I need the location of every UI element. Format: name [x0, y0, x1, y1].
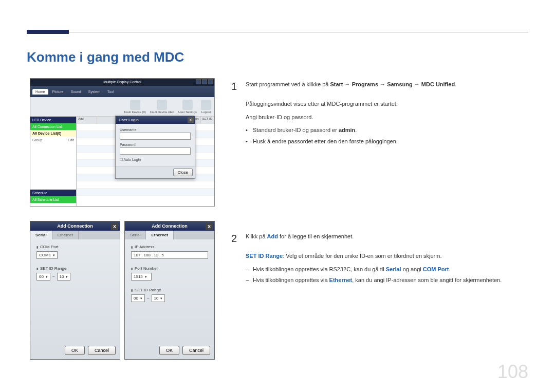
login-close-button[interactable]: Close — [173, 169, 193, 176]
sidebar-all-device[interactable]: All Device List(0) — [30, 130, 76, 137]
com-port-label: COM Port — [36, 245, 114, 249]
edit-button[interactable]: Edit — [68, 138, 74, 142]
step-number: 1 — [231, 78, 238, 95]
step-1-lead: Start programmet ved å klikke på Start →… — [246, 78, 528, 95]
range-to-select[interactable]: 10 — [57, 273, 71, 281]
login-title: User LoginX — [116, 116, 195, 124]
step-2-lead: Klikk på Add for å legge til en skjermen… — [246, 230, 528, 247]
mdc-screenshot: Multiple Display Control Home Picture So… — [30, 78, 215, 207]
fault-alert-button[interactable]: Fault Device Alert — [150, 100, 174, 114]
window-controls — [196, 79, 213, 84]
sidebar: LFD Device All Connection List All Devic… — [30, 117, 77, 206]
tab-ethernet[interactable]: Ethernet — [52, 231, 79, 239]
step-2-setid: SET ID Range: Velg et område for den uni… — [246, 252, 528, 261]
ok-button[interactable]: OK — [65, 346, 85, 355]
toolbar: Fault Device (0) Fault Device Alert User… — [30, 97, 214, 117]
dialog-title: Add ConnectionX — [30, 221, 120, 231]
login-dialog: User LoginX Username Password ☐ Auto Log… — [115, 116, 195, 179]
step-1-line3: Angi bruker-ID og passord. — [246, 113, 528, 122]
logout-button[interactable]: Logout — [201, 100, 211, 114]
com-port-select[interactable]: COM1 — [36, 251, 58, 259]
add-connection-ethernet-dialog: Add ConnectionX Serial Ethernet IP Addre… — [124, 221, 215, 360]
tab-serial[interactable]: Serial — [30, 231, 52, 239]
tab-serial[interactable]: Serial — [125, 231, 146, 239]
menu-bar: Home Picture Sound System Tool — [30, 86, 214, 97]
fault-device-icon — [130, 100, 140, 110]
sidebar-lfd-header[interactable]: LFD Device — [30, 117, 76, 123]
step-1-bullet-1: Standard bruker-ID og passord er admin. — [246, 126, 528, 135]
tab-home[interactable]: Home — [32, 89, 48, 95]
sidebar-connection-list[interactable]: All Connection List — [30, 123, 76, 130]
user-settings-button[interactable]: User Settings — [178, 100, 197, 114]
close-icon[interactable]: X — [111, 223, 118, 230]
ok-button[interactable]: OK — [159, 346, 179, 355]
tab-ethernet[interactable]: Ethernet — [146, 231, 173, 239]
tab-tool[interactable]: Tool — [104, 89, 117, 95]
port-input[interactable]: 1515 — [131, 273, 152, 281]
header-rule — [27, 32, 528, 32]
password-label: Password — [120, 143, 191, 146]
add-column-button[interactable]: Add — [77, 117, 97, 124]
fault-device-button[interactable]: Fault Device (0) — [124, 100, 146, 114]
cancel-button[interactable]: Cancel — [182, 346, 210, 355]
step-1-section: 1 Start programmet ved å klikke på Start… — [231, 78, 528, 148]
add-connection-serial-dialog: Add ConnectionX Serial Ethernet COM Port… — [30, 221, 120, 360]
tab-system[interactable]: System — [85, 89, 103, 95]
header-accent — [27, 30, 69, 34]
step-1-line2: Påloggingsvinduet vises etter at MDC-pro… — [246, 100, 528, 109]
range-from-select[interactable]: 00 — [131, 294, 145, 302]
sidebar-group-row: GroupEdit — [30, 137, 76, 143]
username-label: Username — [120, 128, 191, 132]
step-number: 2 — [231, 230, 238, 247]
window-titlebar: Multiple Display Control — [30, 79, 214, 86]
user-settings-icon — [182, 100, 193, 110]
logout-icon — [201, 100, 211, 110]
range-to-select[interactable]: 10 — [152, 294, 165, 302]
ip-input[interactable]: 107.108.12.5 — [131, 251, 208, 259]
step-1-bullet-2: Husk å endre passordet etter den den før… — [246, 137, 528, 146]
page-number: 108 — [497, 361, 528, 383]
sidebar-schedule-list[interactable]: All Schedule List — [30, 196, 76, 203]
port-label: Port Number — [131, 266, 208, 271]
dialog-title: Add ConnectionX — [125, 221, 214, 231]
step-2-sub-2: Hvis tilkoblingen opprettes via Ethernet… — [246, 276, 528, 285]
setid-label: SET ID Range — [36, 266, 114, 271]
page-title: Komme i gang med MDC — [27, 49, 184, 65]
fault-alert-icon — [157, 100, 167, 110]
close-icon[interactable]: X — [188, 117, 194, 123]
ip-label: IP Address — [131, 245, 208, 249]
cancel-button[interactable]: Cancel — [88, 346, 116, 355]
auto-login-checkbox[interactable]: ☐ Auto Login — [120, 158, 191, 162]
setid-label: SET ID Range — [131, 288, 208, 292]
username-input[interactable] — [120, 133, 191, 140]
password-input[interactable] — [120, 147, 191, 155]
sidebar-schedule-header[interactable]: Schedule — [30, 190, 76, 196]
tab-sound[interactable]: Sound — [67, 89, 84, 95]
window-title: Multiple Display Control — [103, 80, 141, 84]
step-2-section: 2 Klikk på Add for å legge til en skjerm… — [231, 230, 528, 287]
close-icon[interactable]: X — [206, 223, 213, 230]
step-2-sub-1: Hvis tilkoblingen opprettes via RS232C, … — [246, 265, 528, 274]
range-from-select[interactable]: 00 — [36, 273, 50, 281]
tab-picture[interactable]: Picture — [49, 89, 67, 95]
